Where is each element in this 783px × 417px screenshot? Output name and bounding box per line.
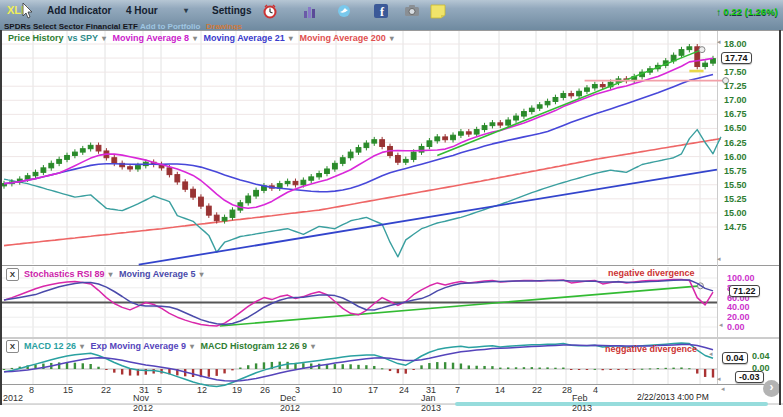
price-axis-label: 17.25 (724, 81, 747, 91)
macd-panel-header: MACD 12 26 Exp Moving Average 9 MACD His… (24, 341, 319, 351)
date-tick-label: 26 (260, 385, 270, 395)
frame-line (0, 30, 783, 31)
indicator-stoch-rsi[interactable]: Stochastics RSI 89 (24, 269, 105, 279)
axis-scroll-arrow-icon[interactable] (721, 385, 725, 393)
charting-app-window: XLF Add Indicator 4 Hour Settings f 0.22… (0, 0, 783, 417)
trendline-green-handle[interactable] (699, 47, 705, 53)
macd-axis-label: 0.04 (752, 351, 770, 361)
stochastics-panel (2, 280, 717, 327)
date-tick-label: 19 (232, 385, 242, 395)
indicator-macd[interactable]: MACD 12 26 (24, 341, 76, 351)
month-label: Feb 2013 (572, 393, 592, 413)
date-tick-label: 10 (332, 385, 342, 395)
stoch-panel-close-button[interactable] (6, 268, 19, 281)
axis-scroll-arrow-icon[interactable] (719, 321, 723, 329)
main-price-panel (2, 44, 729, 265)
stoch-value-box: 71.22 (729, 285, 760, 297)
date-tick-label: 8 (29, 385, 34, 395)
macd-caret-icon[interactable] (80, 342, 84, 351)
last-update-timestamp: 2/22/2013 4:00 PM (637, 392, 709, 402)
date-tick-label: 5 (157, 385, 162, 395)
date-tick-label: 22 (532, 385, 542, 395)
stoch-axis-label: 0.00 (727, 322, 745, 332)
indicator-ma200[interactable]: Moving Average 200 (299, 33, 385, 43)
candlesticks (2, 44, 716, 224)
ma200-caret-icon[interactable] (390, 34, 394, 43)
indicator-price-history[interactable]: Price History (8, 33, 64, 43)
macd-hist-value-box: -0.03 (735, 371, 764, 383)
date-tick-label: 7 (455, 385, 460, 395)
current-price-box: 17.74 (721, 52, 752, 64)
price-axis-label: 17.00 (724, 95, 747, 105)
stoch-axis-label: 40.00 (727, 302, 750, 312)
axis-scroll-arrow-icon[interactable] (717, 255, 721, 263)
macd-value-box: 0.04 (722, 352, 748, 364)
chart-canvas[interactable] (0, 0, 783, 417)
indicator-ma8[interactable]: Moving Average 8 (113, 33, 189, 43)
price-axis-label: 17.50 (724, 67, 747, 77)
date-tick-label: 22 (101, 385, 111, 395)
date-tick-label: 15 (63, 385, 73, 395)
main-panel-header: Price Historyvs SPY Moving Average 8 Mov… (8, 33, 398, 43)
scroll-next-button[interactable]: › (763, 380, 780, 397)
month-label: Nov 2012 (133, 393, 153, 413)
axis-scroll-arrow-icon[interactable] (717, 38, 721, 46)
scrollbar-thumb[interactable] (455, 402, 768, 406)
indicator-macd-ema[interactable]: Exp Moving Average 9 (91, 341, 186, 351)
price-axis-label: 16.00 (724, 152, 747, 162)
ma8-caret-icon[interactable] (193, 34, 197, 43)
trendline-green[interactable] (437, 50, 702, 156)
price-axis-label: 15.00 (724, 208, 747, 218)
scrollbar-track[interactable] (2, 404, 455, 405)
price-axis-label: 15.50 (724, 180, 747, 190)
date-tick-label: 14 (495, 385, 505, 395)
price-axis-label: 16.50 (724, 123, 747, 133)
macd-histogram (3, 362, 714, 378)
indicator-ma21[interactable]: Moving Average 21 (203, 33, 284, 43)
price-axis-label: 15.25 (724, 194, 747, 204)
indicator-stoch-ma5[interactable]: Moving Average 5 (119, 269, 195, 279)
price-history-caret-icon[interactable] (102, 34, 106, 43)
macd-ema-caret-icon[interactable] (190, 342, 194, 351)
price-axis-label: 18.00 (724, 39, 747, 49)
price-axis-label: 16.25 (724, 138, 747, 148)
price-axis-label: 15.75 (724, 166, 747, 176)
month-label: Jan 2013 (421, 393, 441, 413)
axis-scroll-arrow-icon[interactable] (709, 350, 713, 358)
month-label: 2012 (3, 393, 23, 403)
date-tick-label: 4 (593, 385, 598, 395)
date-tick-label: 24 (399, 385, 409, 395)
vs-spy-line (4, 130, 721, 257)
date-tick-label: 28 (562, 385, 572, 395)
ma21-caret-icon[interactable] (289, 34, 293, 43)
stoch-axis-label: 20.00 (727, 312, 750, 322)
price-axis-label: 14.75 (724, 222, 747, 232)
stoch-trendline-green[interactable] (220, 286, 701, 326)
stoch-divergence-note[interactable]: negative divergence (608, 268, 695, 278)
date-tick-label: 17 (368, 385, 378, 395)
month-label: Dec 2012 (280, 393, 300, 413)
stoch-ma5-caret-icon[interactable] (199, 270, 203, 279)
indicator-macd-hist[interactable]: MACD Histogram 12 26 9 (200, 341, 307, 351)
price-axis-label: 16.75 (724, 109, 747, 119)
stoch-axis-label: 100.00 (727, 273, 755, 283)
macd-panel-close-button[interactable] (6, 340, 19, 353)
stoch-panel-header: Stochastics RSI 89 Moving Average 5 (24, 269, 207, 279)
macd-divergence-note[interactable]: neggative divergence (605, 344, 697, 354)
macd-hist-caret-icon[interactable] (311, 342, 315, 351)
indicator-vs-spy[interactable]: vs SPY (68, 33, 99, 43)
stoch-caret-icon[interactable] (109, 270, 113, 279)
date-tick-label: 12 (197, 385, 207, 395)
ma21-line (4, 74, 713, 191)
axis-scroll-arrow-icon[interactable] (717, 375, 721, 383)
frame-left-border (0, 30, 2, 405)
frame-right-border (779, 30, 781, 405)
